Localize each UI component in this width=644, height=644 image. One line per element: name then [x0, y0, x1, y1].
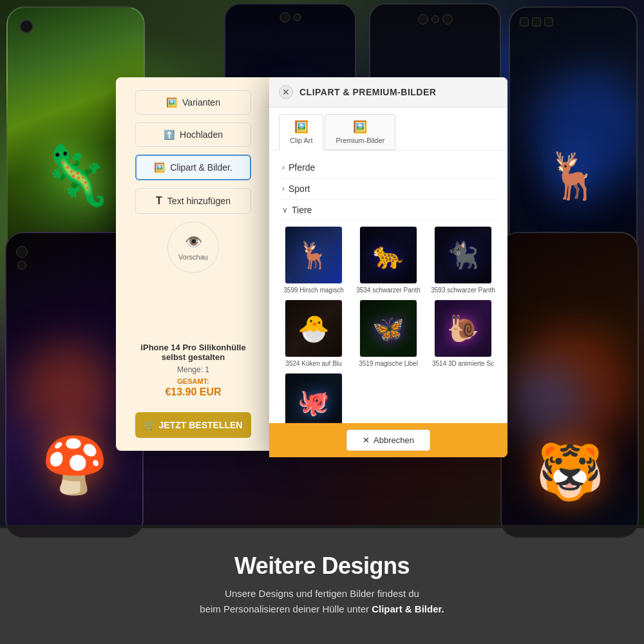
category-pferde-label: Pferde [289, 162, 315, 173]
category-sport[interactable]: › Sport [279, 178, 498, 200]
clipart-panel: ✕ CLIPART & PREMIUM-BILDER 🖼️ Clip Art 🖼… [269, 77, 507, 457]
hochladen-icon: ⬆️ [164, 129, 175, 140]
close-button[interactable]: ✕ [279, 85, 293, 99]
image-item-3593[interactable]: 🐈‍⬛ 3593 schwarzer Panth [428, 226, 498, 294]
image-item-3534[interactable]: 🐆 3534 schwarzer Panth [354, 226, 423, 294]
clipart-label: Clipart & Bilder. [170, 162, 232, 173]
order-label: JETZT BESTELLEN [159, 420, 243, 430]
clipart-tab-label: Clip Art [290, 137, 312, 144]
close-icon: ✕ [282, 87, 290, 97]
bottom-bar: Weitere Designs Unsere Designs und ferti… [0, 525, 644, 644]
image-item-extra[interactable]: 🐙 [279, 373, 348, 423]
eye-icon: 👁️ [185, 234, 202, 251]
hochladen-label: Hochladen [180, 129, 223, 140]
tab-clipart[interactable]: 🖼️ Clip Art [279, 114, 323, 151]
sidebar-panel: 🖼️ Varianten ⬆️ Hochladen 🖼️ Clipart & B… [116, 77, 270, 451]
tab-premium[interactable]: 🖼️ Premium-Bilder [325, 114, 395, 150]
vorschau-label: Vorschau [178, 253, 208, 261]
clipart-icon: 🖼️ [154, 162, 165, 173]
varianten-button[interactable]: 🖼️ Varianten [135, 90, 251, 115]
image-item-3514[interactable]: 🐌 3514 3D animierte Sc [428, 299, 498, 368]
bottom-subtitle: Unsere Designs und fertigen Bilder finde… [200, 586, 444, 617]
image-grid: 🦌 3599 Hirsch magisch 🐆 3534 schwarzer P… [279, 226, 498, 423]
phone-bottom-right: 🐯 [500, 232, 639, 538]
text-icon: T [156, 195, 162, 207]
product-title: iPhone 14 Pro Silikonhülleselbst gestalt… [140, 343, 245, 362]
clipart-tab-icon: 🖼️ [294, 120, 308, 134]
varianten-icon: 🖼️ [166, 97, 177, 108]
category-pferde[interactable]: › Pferde [279, 157, 498, 178]
image-label-3534: 3534 schwarzer Panth [356, 287, 421, 294]
image-item-3599[interactable]: 🦌 3599 Hirsch magisch [279, 226, 348, 294]
chevron-right-icon: › [282, 163, 285, 172]
category-sport-label: Sport [289, 184, 310, 194]
tab-bar: 🖼️ Clip Art 🖼️ Premium-Bilder [269, 108, 507, 151]
panel-title: CLIPART & PREMIUM-BILDER [299, 87, 436, 97]
vorschau-button[interactable]: 👁️ Vorschau [167, 222, 219, 273]
text-button[interactable]: T Text hinzufügen [135, 188, 251, 214]
image-label-3519: 3519 magische Libel [359, 360, 418, 368]
image-label-3599: 3599 Hirsch magisch [283, 287, 343, 294]
order-button[interactable]: 🛒 JETZT BESTELLEN [135, 412, 251, 438]
image-label-3524: 3524 Küken auf Blu [285, 360, 341, 368]
cancel-button[interactable]: ✕ Abbrechen [346, 430, 430, 451]
image-label-3593: 3593 schwarzer Panth [431, 287, 495, 294]
quantity-label: Menge: 1 [140, 365, 245, 374]
category-tiere-label: Tiere [292, 205, 312, 215]
product-info: iPhone 14 Pro Silikonhülleselbst gestalt… [140, 343, 245, 404]
panel-header: ✕ CLIPART & PREMIUM-BILDER [269, 77, 507, 108]
varianten-label: Varianten [182, 97, 220, 108]
chevron-down-tiere-icon: ∨ [282, 205, 288, 214]
cancel-icon: ✕ [363, 435, 370, 445]
total-label: GESAMT: [140, 377, 245, 385]
premium-tab-label: Premium-Bilder [336, 137, 384, 144]
cart-icon: 🛒 [144, 420, 155, 430]
price-value: €13.90 EUR [140, 386, 245, 398]
subtitle-line2: beim Personalisieren deiner Hülle unter [200, 603, 369, 614]
premium-tab-icon: 🖼️ [353, 120, 367, 134]
highlight-text: Clipart & Bilder. [372, 603, 444, 614]
panel-footer: ✕ Abbrechen [269, 423, 507, 457]
bottom-title: Weitere Designs [234, 553, 410, 580]
clipart-button[interactable]: 🖼️ Clipart & Bilder. [135, 155, 251, 180]
subtitle-line1: Unsere Designs und fertigen Bilder finde… [225, 588, 419, 599]
image-label-3514: 3514 3D animierte Sc [432, 360, 494, 368]
category-tiere[interactable]: ∨ Tiere [279, 200, 498, 221]
hochladen-button[interactable]: ⬆️ Hochladen [135, 122, 251, 147]
chevron-right-sport-icon: › [282, 184, 285, 193]
panel-content: › Pferde › Sport ∨ Tiere 🦌 3599 Hirsch m… [269, 151, 507, 423]
text-label: Text hinzufügen [167, 196, 231, 206]
cancel-label: Abbrechen [374, 435, 414, 445]
image-item-3519[interactable]: 🦋 3519 magische Libel [354, 299, 423, 368]
image-item-3524[interactable]: 🐣 3524 Küken auf Blu [279, 299, 348, 368]
